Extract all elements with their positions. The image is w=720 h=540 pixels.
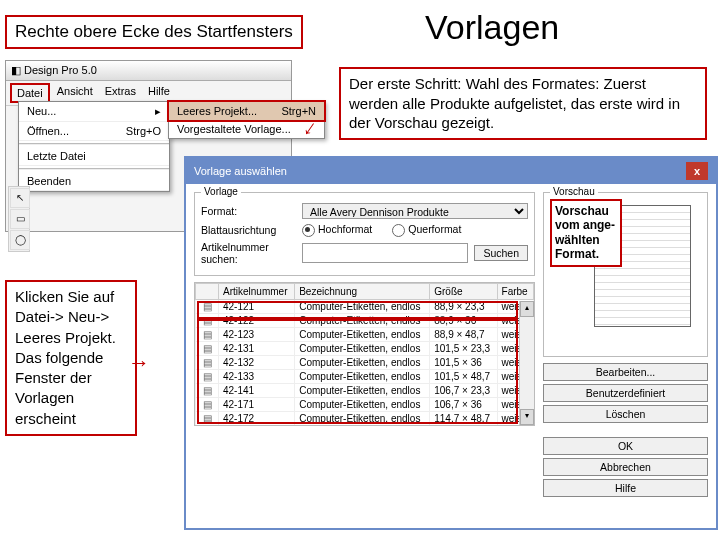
group-label: Vorlage: [201, 186, 241, 197]
table-row[interactable]: ▤42-141Computer-Etiketten, endlos106,7 ×…: [196, 383, 534, 397]
ok-button[interactable]: OK: [543, 437, 708, 455]
radio-landscape[interactable]: Querformat: [392, 223, 461, 237]
table-row[interactable]: ▤42-132Computer-Etiketten, endlos101,5 ×…: [196, 355, 534, 369]
col-bezeichnung[interactable]: Bezeichnung: [295, 283, 430, 299]
menuitem-oeffnen[interactable]: Öffnen...Strg+O: [19, 122, 169, 141]
row-icon: ▤: [196, 341, 219, 355]
template-table: Artikelnummer Bezeichnung Größe Farbe ▤4…: [194, 282, 535, 426]
table-row[interactable]: ▤42-131Computer-Etiketten, endlos101,5 ×…: [196, 341, 534, 355]
close-icon[interactable]: x: [686, 162, 708, 180]
template-select-dialog: Vorlage auswählen x Vorlage Format: Alle…: [184, 156, 718, 530]
page-title: Vorlagen: [425, 8, 559, 47]
scroll-down-icon[interactable]: ▾: [520, 409, 534, 425]
menu-datei-dropdown: Neu...▸ Öffnen...Strg+O Letzte Datei Bee…: [18, 101, 170, 192]
menu-extras[interactable]: Extras: [100, 83, 141, 103]
row-icon: ▤: [196, 313, 219, 327]
menuitem-beenden[interactable]: Beenden: [19, 172, 169, 191]
table-row[interactable]: ▤42-123Computer-Etiketten, endlos88,9 × …: [196, 327, 534, 341]
annotation-click-instruction: Klicken Sie auf Datei-> Neu-> Leeres Pro…: [5, 280, 137, 436]
menuitem-letzte[interactable]: Letzte Datei: [19, 147, 169, 166]
row-icon: ▤: [196, 411, 219, 425]
userdefined-button[interactable]: Benutzerdefiniert: [543, 384, 708, 402]
cancel-button[interactable]: Abbrechen: [543, 458, 708, 476]
col-farbe[interactable]: Farbe: [497, 283, 533, 299]
radio-portrait[interactable]: Hochformat: [302, 223, 372, 237]
table-row[interactable]: ▤42-133Computer-Etiketten, endlos101,5 ×…: [196, 369, 534, 383]
format-select[interactable]: Alle Avery Dennison Produkte: [302, 203, 528, 219]
tool-palette: ↖ ▭ ◯: [8, 186, 30, 252]
tool-cursor-icon[interactable]: ↖: [10, 188, 30, 208]
search-button[interactable]: Suchen: [474, 245, 528, 261]
menuitem-neu[interactable]: Neu...▸: [19, 102, 169, 122]
col-artikelnummer[interactable]: Artikelnummer: [219, 283, 295, 299]
menu-separator: [19, 168, 169, 170]
group-vorlage: Vorlage Format: Alle Avery Dennison Prod…: [194, 192, 535, 276]
app-titlebar: ◧ Design Pro 5.0: [6, 61, 291, 81]
row-icon: ▤: [196, 299, 219, 313]
annotation-preview: Vorschau vom ange-wählten Format.: [550, 199, 622, 267]
table-row[interactable]: ▤42-121Computer-Etiketten, endlos88,9 × …: [196, 299, 534, 313]
row-icon: ▤: [196, 355, 219, 369]
dialog-titlebar: Vorlage auswählen x: [186, 158, 716, 184]
menu-separator: [19, 143, 169, 145]
help-button[interactable]: Hilfe: [543, 479, 708, 497]
row-icon: ▤: [196, 397, 219, 411]
scroll-up-icon[interactable]: ▴: [520, 301, 534, 317]
col-groesse[interactable]: Größe: [430, 283, 497, 299]
row-icon: ▤: [196, 383, 219, 397]
menu-ansicht[interactable]: Ansicht: [52, 83, 98, 103]
menuitem-leeres-projekt[interactable]: Leeres Projekt...Strg+N: [167, 100, 326, 122]
label-search: Artikelnummer suchen:: [201, 241, 296, 265]
search-input[interactable]: [302, 243, 468, 263]
tool-rect-icon[interactable]: ▭: [10, 209, 30, 229]
annotation-startwindow: Rechte obere Ecke des Startfensters: [5, 15, 303, 49]
arrow-right-icon: →: [128, 350, 150, 376]
group-label: Vorschau: [550, 186, 598, 197]
table-scrollbar[interactable]: ▴ ▾: [519, 301, 534, 425]
table-row[interactable]: ▤42-171Computer-Etiketten, endlos106,7 ×…: [196, 397, 534, 411]
tool-circle-icon[interactable]: ◯: [10, 230, 30, 250]
annotation-step1: Der erste Schritt: Wahl des Formates: Zu…: [339, 67, 707, 140]
row-icon: ▤: [196, 369, 219, 383]
row-icon: ▤: [196, 327, 219, 341]
table-row[interactable]: ▤42-172Computer-Etiketten, endlos114,7 ×…: [196, 411, 534, 425]
edit-button[interactable]: Bearbeiten...: [543, 363, 708, 381]
table-row[interactable]: ▤42-122Computer-Etiketten, endlos88,9 × …: [196, 313, 534, 327]
group-vorschau: Vorschau Vorschau vom ange-wählten Forma…: [543, 192, 708, 357]
delete-button[interactable]: Löschen: [543, 405, 708, 423]
menu-datei[interactable]: Datei: [10, 83, 50, 103]
label-orientation: Blattausrichtung: [201, 224, 296, 236]
label-format: Format:: [201, 205, 296, 217]
